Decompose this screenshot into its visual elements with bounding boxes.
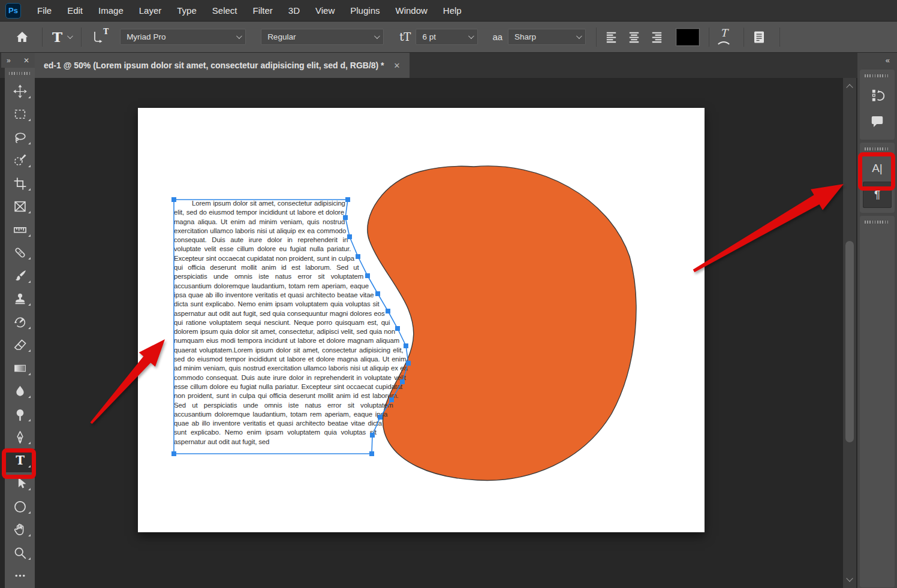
- menu-bar: Ps FileEditImageLayerTypeSelectFilter3DV…: [0, 0, 897, 22]
- tab-close-icon[interactable]: ✕: [394, 61, 401, 70]
- pen-tool[interactable]: [5, 426, 35, 450]
- anti-alias-icon: aa: [492, 32, 502, 42]
- quick-selection-tool[interactable]: [5, 149, 35, 173]
- anti-alias-value: Sharp: [514, 32, 536, 41]
- menu-image[interactable]: Image: [91, 0, 131, 22]
- font-style-value: Regular: [267, 32, 296, 41]
- panel-dock: « A|¶: [857, 53, 897, 588]
- crop-tool[interactable]: [5, 172, 35, 195]
- clone-stamp-tool[interactable]: [5, 288, 35, 311]
- menu-plugins[interactable]: Plugins: [342, 0, 387, 22]
- font-size-select[interactable]: 6 pt: [416, 29, 478, 45]
- font-size-value: 6 pt: [422, 32, 436, 41]
- dock-group-1: [860, 70, 895, 140]
- menu-window[interactable]: Window: [387, 0, 435, 22]
- tools-collapse-icon[interactable]: »: [7, 56, 11, 65]
- paragraph-panel-icon[interactable]: ¶: [863, 182, 892, 208]
- font-style-select[interactable]: Regular: [261, 29, 384, 45]
- path-selection-tool[interactable]: [5, 472, 35, 496]
- toolbar: T: [5, 68, 35, 588]
- chevron-down-icon: [374, 33, 380, 39]
- text-layer[interactable]: Lorem ipsum dolor sit amet, consectetur …: [174, 199, 411, 455]
- zoom-tool[interactable]: [5, 541, 35, 565]
- align-left-button[interactable]: [600, 26, 622, 48]
- healing-brush-tool[interactable]: [5, 242, 35, 265]
- font-size-icon: tT: [399, 31, 411, 43]
- document-tab-bar: ed-1 @ 50% (Lorem ipsum dolor sit amet, …: [0, 53, 857, 78]
- chevron-down-icon: [67, 33, 73, 39]
- toolbar-grip[interactable]: [9, 72, 31, 75]
- history-panel-icon[interactable]: [863, 82, 892, 108]
- menu-edit[interactable]: Edit: [59, 0, 91, 22]
- menu-filter[interactable]: Filter: [245, 0, 281, 22]
- dock-group-grip[interactable]: [865, 221, 890, 224]
- eraser-tool[interactable]: [5, 334, 35, 357]
- text-color-swatch[interactable]: [676, 29, 699, 46]
- dodge-tool[interactable]: [5, 403, 35, 426]
- font-family-value: Myriad Pro: [127, 32, 165, 41]
- rectangular-marquee-tool[interactable]: [5, 103, 35, 126]
- menu-layer[interactable]: Layer: [131, 0, 170, 22]
- document-tab[interactable]: ed-1 @ 50% (Lorem ipsum dolor sit amet, …: [34, 53, 410, 78]
- document-tab-title: ed-1 @ 50% (Lorem ipsum dolor sit amet, …: [44, 61, 384, 70]
- home-icon[interactable]: [13, 26, 31, 48]
- frame-tool[interactable]: [5, 195, 35, 219]
- menu-select[interactable]: Select: [204, 0, 245, 22]
- tools-panel-header: » ✕: [1, 53, 35, 68]
- type-tool-icon: T: [52, 29, 62, 45]
- chevron-down-icon: [468, 33, 474, 39]
- menu-help[interactable]: Help: [435, 0, 469, 22]
- align-center-button[interactable]: [622, 26, 645, 48]
- dock-group-grip[interactable]: [865, 74, 890, 77]
- brush-tool[interactable]: [5, 264, 35, 288]
- warp-text-button[interactable]: T: [714, 28, 734, 47]
- toggle-panels-button[interactable]: [747, 26, 771, 48]
- blur-tool[interactable]: [5, 380, 35, 403]
- dock-group-2: A|¶: [860, 143, 895, 213]
- lasso-tool[interactable]: [5, 126, 35, 149]
- text-orientation-toggle[interactable]: T: [86, 26, 110, 48]
- dock-group-3: [860, 216, 895, 587]
- svg-text:T: T: [16, 453, 25, 468]
- align-right-button[interactable]: [645, 26, 668, 48]
- menu-view[interactable]: View: [308, 0, 342, 22]
- vertical-scrollbar[interactable]: [843, 78, 856, 588]
- type-tool-preset[interactable]: T: [52, 29, 71, 45]
- ellipse-tool[interactable]: [5, 495, 35, 518]
- dock-group-grip[interactable]: [865, 147, 890, 150]
- dock-header: «: [857, 53, 897, 68]
- menu-file[interactable]: File: [29, 0, 59, 22]
- paragraph-panel-icon-glyph: ¶: [874, 188, 880, 201]
- chevron-down-icon: [236, 33, 242, 39]
- hand-tool[interactable]: [5, 518, 35, 542]
- history-brush-tool[interactable]: [5, 310, 35, 334]
- tools-close-icon[interactable]: ✕: [23, 56, 29, 65]
- font-family-select[interactable]: Myriad Pro: [120, 29, 246, 45]
- gradient-tool[interactable]: [5, 357, 35, 380]
- menu-type[interactable]: Type: [169, 0, 204, 22]
- chevron-down-icon: [576, 33, 582, 39]
- dock-expand-icon[interactable]: «: [886, 56, 890, 65]
- comment-panel-icon[interactable]: [863, 108, 892, 135]
- type-tool-options-bar: T T Myriad Pro Regular tT 6 pt aa Sharp: [0, 22, 897, 53]
- menu-items: FileEditImageLayerTypeSelectFilter3DView…: [29, 0, 469, 22]
- scrollbar-thumb[interactable]: [845, 241, 854, 442]
- move-tool[interactable]: [5, 80, 35, 103]
- menu-3d[interactable]: 3D: [281, 0, 308, 22]
- photoshop-window: { "menu_bar": { "logo_text": "Ps", "item…: [0, 0, 897, 588]
- scroll-down-icon[interactable]: [846, 575, 853, 581]
- type-tool[interactable]: T: [5, 449, 35, 472]
- anti-alias-select[interactable]: Sharp: [508, 29, 586, 45]
- character-panel-icon[interactable]: A|: [863, 155, 892, 182]
- more-tools[interactable]: [5, 565, 35, 588]
- ruler-tool[interactable]: [5, 218, 35, 242]
- text-orientation-t-glyph: T: [103, 28, 109, 36]
- photoshop-logo-icon[interactable]: Ps: [5, 3, 21, 19]
- character-panel-icon-glyph: A|: [872, 162, 883, 175]
- scroll-up-icon[interactable]: [846, 84, 853, 91]
